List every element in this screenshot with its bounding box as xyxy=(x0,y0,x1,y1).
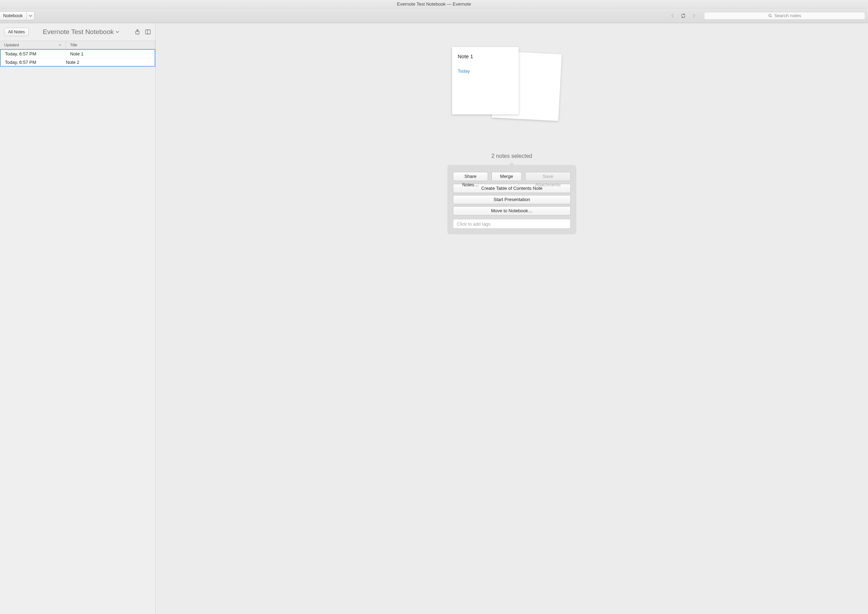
note-row-title: Note 1 xyxy=(66,51,155,56)
note-row-updated: Today, 6:57 PM xyxy=(1,51,66,56)
column-updated-label: Updated xyxy=(4,43,19,47)
save-attachments-button: Save Attachments xyxy=(525,172,571,181)
search-placeholder: Search notes xyxy=(774,13,801,18)
notebook-dropdown-label: Notebook xyxy=(0,12,26,20)
note-row-title: Note 2 xyxy=(66,60,79,65)
column-updated[interactable]: Updated xyxy=(0,41,66,49)
share-icon[interactable] xyxy=(134,29,141,35)
search-input[interactable]: Search notes xyxy=(704,12,865,20)
svg-rect-3 xyxy=(146,30,150,34)
note-row-updated: Today, 6:57 PM xyxy=(1,60,66,65)
chevron-down-icon xyxy=(26,12,34,20)
all-notes-button[interactable]: All Notes xyxy=(4,28,29,36)
move-to-notebook-button[interactable]: Move to Notebook… xyxy=(453,206,571,215)
start-presentation-button[interactable]: Start Presentation xyxy=(453,195,571,204)
column-title[interactable]: Title xyxy=(66,41,155,49)
sort-indicator-icon xyxy=(59,44,61,46)
note-card-front: Note 1 Today xyxy=(452,47,519,114)
column-headers: Updated Title xyxy=(0,41,155,49)
add-tags-input[interactable] xyxy=(453,219,571,229)
note-card-stack: Note 1 Today xyxy=(452,47,561,121)
search-icon xyxy=(768,14,772,18)
note-card-date: Today xyxy=(458,68,513,74)
note-list-pane: All Notes Evernote Test Notebook Updated xyxy=(0,23,156,614)
window-title: Evernote Test Notebook — Evernote xyxy=(0,0,868,8)
back-button[interactable] xyxy=(668,11,678,20)
note-row[interactable]: Today, 6:57 PM Note 2 xyxy=(1,58,155,66)
svg-line-1 xyxy=(771,17,772,17)
note-card-title: Note 1 xyxy=(458,53,513,59)
note-rows-selected: Today, 6:57 PM Note 1 Today, 6:57 PM Not… xyxy=(0,49,155,67)
forward-button[interactable] xyxy=(688,11,699,20)
share-notes-button[interactable]: Share Notes… xyxy=(453,172,488,181)
sync-button[interactable] xyxy=(678,11,688,20)
toolbar: Notebook Search notes xyxy=(0,8,868,23)
column-title-label: Title xyxy=(70,43,77,47)
note-preview-pane: Note 1 Today 2 notes selected Share Note… xyxy=(156,23,868,614)
note-row[interactable]: Today, 6:57 PM Note 1 xyxy=(1,50,155,58)
notebook-dropdown[interactable]: Notebook xyxy=(0,11,35,20)
multi-select-action-panel: Share Notes… Merge Save Attachments Crea… xyxy=(447,165,576,235)
merge-button[interactable]: Merge xyxy=(491,172,522,181)
chevron-down-icon xyxy=(116,30,119,34)
selection-count-label: 2 notes selected xyxy=(156,153,868,159)
view-mode-icon[interactable] xyxy=(145,29,151,35)
notebook-title-label: Evernote Test Notebook xyxy=(43,28,113,36)
svg-point-0 xyxy=(769,14,771,17)
notebook-title-dropdown[interactable]: Evernote Test Notebook xyxy=(33,28,130,36)
